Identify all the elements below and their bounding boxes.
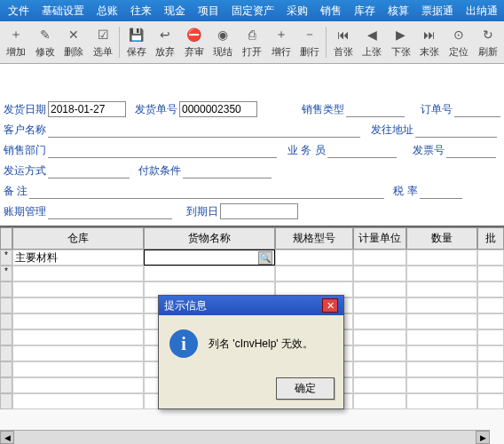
tool-选单[interactable]: ☑选单 [90, 23, 117, 60]
col-name[interactable]: 货物名称 [144, 227, 275, 250]
table-row[interactable]: * [0, 266, 504, 281]
cell[interactable] [477, 266, 504, 281]
cell[interactable] [353, 266, 406, 281]
menu-出纳通[interactable]: 出纳通 [460, 1, 504, 21]
tool-末张[interactable]: ⏭末张 [416, 23, 444, 60]
cell[interactable]: 主要材料 [12, 250, 144, 266]
menu-固定资产[interactable]: 固定资产 [225, 1, 280, 21]
cell[interactable] [353, 297, 406, 313]
cell[interactable] [406, 250, 477, 266]
order-no-input[interactable] [454, 101, 500, 117]
menu-核算[interactable]: 核算 [382, 1, 415, 21]
cell[interactable] [353, 250, 406, 266]
close-icon[interactable]: ✕ [322, 298, 338, 313]
menu-总账[interactable]: 总账 [91, 1, 124, 21]
cell[interactable] [353, 345, 406, 361]
cell[interactable] [406, 313, 477, 329]
pay-terms-input[interactable] [183, 163, 272, 178]
cell[interactable] [12, 393, 144, 409]
tool-下张[interactable]: ▶下张 [388, 23, 415, 60]
cell[interactable] [12, 377, 144, 393]
tool-打开[interactable]: ⎙打开 [239, 23, 266, 60]
cell[interactable] [12, 281, 144, 297]
cell[interactable] [353, 313, 406, 329]
menu-票据通[interactable]: 票据通 [415, 1, 460, 21]
menu-文件[interactable]: 文件 [2, 1, 35, 21]
tool-刷新[interactable]: ↻刷新 [474, 23, 501, 60]
col-warehouse[interactable]: 仓库 [12, 227, 144, 250]
delivery-date-input[interactable] [48, 101, 126, 117]
credit-mgmt-input[interactable] [48, 203, 172, 219]
cell[interactable] [275, 266, 353, 281]
cell[interactable] [477, 345, 504, 361]
cell[interactable] [12, 361, 144, 377]
remark-input[interactable] [29, 183, 384, 199]
cell[interactable] [477, 297, 504, 313]
tool-放弃[interactable]: ↩放弃 [152, 23, 179, 60]
cell[interactable] [12, 345, 144, 361]
tool-删除[interactable]: ✕删除 [60, 23, 88, 60]
cell[interactable] [353, 361, 406, 377]
tool-增加[interactable]: ＋增加 [3, 23, 30, 60]
dialog-titlebar[interactable]: 提示信息 ✕ [159, 296, 343, 315]
tool-修改[interactable]: ✎修改 [32, 23, 59, 60]
cell[interactable]: 🔍 [144, 250, 275, 266]
sale-dept-input[interactable] [48, 142, 277, 158]
tool-上张[interactable]: ◀上张 [358, 23, 386, 60]
menu-现金[interactable]: 现金 [158, 1, 192, 21]
tax-rate-input[interactable] [420, 183, 462, 199]
menu-基础设置[interactable]: 基础设置 [35, 1, 91, 21]
cell[interactable] [12, 313, 144, 329]
tool-保存[interactable]: 💾保存 [122, 23, 150, 60]
menu-往来[interactable]: 往来 [124, 1, 158, 21]
menu-库存[interactable]: 库存 [348, 1, 382, 21]
cell[interactable] [353, 393, 406, 409]
cell[interactable] [144, 266, 275, 281]
col-batch[interactable]: 批 [477, 227, 504, 250]
col-qty[interactable]: 数量 [406, 227, 477, 250]
cell[interactable] [477, 377, 504, 393]
cell[interactable] [406, 266, 477, 281]
ship-method-input[interactable] [48, 163, 130, 178]
tool-弃审[interactable]: ⛔弃审 [180, 23, 208, 60]
cell[interactable] [12, 329, 144, 345]
cell[interactable] [477, 361, 504, 377]
cell[interactable] [406, 361, 477, 377]
tool-首张[interactable]: ⏮首张 [329, 23, 357, 60]
tool-删行[interactable]: －删行 [296, 23, 324, 60]
cell[interactable] [12, 297, 144, 313]
table-row[interactable]: *主要材料🔍 [0, 250, 504, 266]
customer-name-input[interactable] [48, 122, 360, 138]
delivery-no-input[interactable] [179, 101, 257, 117]
ok-button[interactable]: 确定 [276, 377, 335, 400]
cell[interactable] [406, 377, 477, 393]
menu-销售[interactable]: 销售 [314, 1, 348, 21]
scroll-left-icon[interactable]: ◀ [0, 431, 14, 444]
cell[interactable] [353, 281, 406, 297]
cell[interactable] [477, 329, 504, 345]
menu-采购[interactable]: 采购 [280, 1, 314, 21]
cell[interactable] [406, 297, 477, 313]
cell[interactable] [406, 393, 477, 409]
cell[interactable] [477, 393, 504, 409]
ship-to-input[interactable] [415, 122, 497, 138]
sales-person-input[interactable] [327, 142, 397, 158]
cell[interactable] [477, 250, 504, 266]
cell[interactable] [353, 329, 406, 345]
due-date-input[interactable] [220, 203, 298, 219]
cell[interactable] [477, 281, 504, 297]
col-spec[interactable]: 规格型号 [275, 227, 353, 250]
sale-type-input[interactable] [346, 101, 405, 117]
cell[interactable] [12, 266, 144, 281]
cell[interactable] [406, 281, 477, 297]
col-unit[interactable]: 计量单位 [353, 227, 406, 250]
cell[interactable] [406, 329, 477, 345]
lookup-icon[interactable]: 🔍 [258, 251, 272, 265]
cell[interactable] [477, 313, 504, 329]
horizontal-scrollbar[interactable]: ◀ ▶ [0, 430, 490, 444]
cell[interactable] [275, 250, 353, 266]
tool-现结[interactable]: ◉现结 [209, 23, 237, 60]
cell[interactable] [353, 377, 406, 393]
tool-定位[interactable]: ⊙定位 [445, 23, 473, 60]
cell[interactable] [406, 345, 477, 361]
